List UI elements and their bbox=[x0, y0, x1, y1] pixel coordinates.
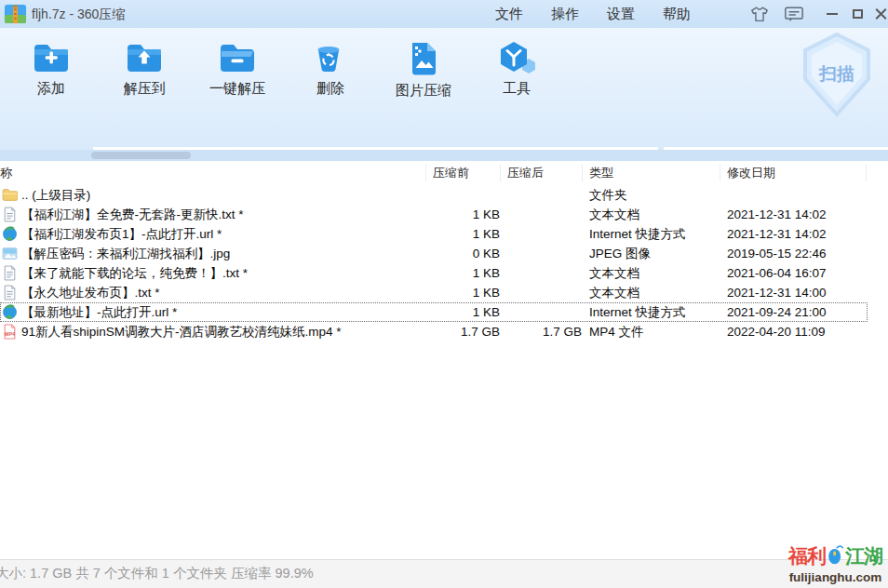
cell-type: Internet 快捷方式 bbox=[589, 224, 686, 244]
horizontal-scrollbar-thumb[interactable] bbox=[91, 152, 191, 159]
cell-date: 2021-12-31 14:02 bbox=[727, 224, 827, 244]
mp4-file-icon: MP4 bbox=[2, 324, 18, 340]
header-type[interactable]: 类型 bbox=[589, 161, 613, 185]
txt-file-icon bbox=[2, 285, 18, 301]
file-row[interactable]: MP491新人看shipinSM调教大片-酒店调教艺校清纯妹纸.mp4 *1.7… bbox=[0, 322, 888, 341]
watermark-text-red: 福利 bbox=[788, 546, 826, 566]
cell-type: MP4 文件 bbox=[589, 322, 644, 341]
mouse-icon bbox=[827, 543, 844, 568]
cell-name: 【永久地址发布页】.txt * bbox=[21, 283, 160, 302]
cell-date: 2021-09-24 21:00 bbox=[727, 302, 827, 322]
scan-badge[interactable]: 扫描 bbox=[799, 32, 875, 117]
cell-name: 【福利江湖】全免费-无套路-更新快.txt * bbox=[21, 205, 244, 224]
extract-to-button[interactable]: 解压到 bbox=[98, 33, 191, 128]
header-size-before[interactable]: 压缩前 bbox=[433, 161, 469, 185]
cell-type: 文本文档 bbox=[589, 205, 639, 224]
cell-type: JPEG 图像 bbox=[589, 244, 651, 263]
cell-type: 文本文档 bbox=[589, 263, 639, 283]
minimize-button[interactable] bbox=[823, 0, 841, 28]
svg-text:MP4: MP4 bbox=[5, 331, 16, 337]
app-archive-icon bbox=[4, 3, 27, 25]
menubar: 文件 操作 设置 帮助 bbox=[491, 0, 694, 28]
watermark-logo: 福利 江湖 fulijianghu.com bbox=[788, 543, 882, 584]
folder-add-icon bbox=[31, 39, 72, 76]
header-size-after[interactable]: 压缩后 bbox=[507, 161, 544, 185]
cell-date: 2019-05-15 22:46 bbox=[727, 244, 827, 263]
cell-before: 1 KB bbox=[407, 302, 500, 322]
window-title: fljh.7z - 360压缩 bbox=[32, 0, 125, 28]
horizontal-scrollbar bbox=[0, 150, 888, 161]
360zip-window: fljh.7z - 360压缩 文件 操作 设置 帮助 bbox=[0, 0, 888, 588]
cell-type: Internet 快捷方式 bbox=[589, 302, 686, 322]
header-name[interactable]: 名称 bbox=[0, 161, 12, 185]
cell-before: 1 KB bbox=[407, 283, 500, 302]
cell-type: 文本文档 bbox=[589, 283, 639, 302]
header-date-modified[interactable]: 修改日期 bbox=[727, 161, 775, 185]
statusbar: 大小: 1.7 GB 共 7 个文件和 1 个文件夹 压缩率 99.9% bbox=[0, 559, 888, 588]
folder-extract-icon bbox=[124, 39, 165, 76]
menu-file[interactable]: 文件 bbox=[491, 0, 527, 28]
tool-label: 一键解压 bbox=[191, 80, 284, 98]
column-separator bbox=[720, 165, 720, 181]
titlebar: fljh.7z - 360压缩 文件 操作 设置 帮助 bbox=[0, 0, 888, 28]
menu-help[interactable]: 帮助 bbox=[659, 0, 694, 28]
txt-file-icon bbox=[2, 265, 18, 281]
cell-type: 文件夹 bbox=[589, 185, 627, 205]
image-compress-button[interactable]: 图片压缩 bbox=[377, 33, 470, 128]
cell-date: 2021-12-31 14:02 bbox=[727, 205, 827, 224]
watermark-domain: fulijianghu.com bbox=[788, 571, 882, 584]
cell-name: 【福利江湖发布页1】-点此打开.url * bbox=[21, 224, 222, 244]
tools-button[interactable]: 工具 bbox=[470, 33, 563, 128]
cell-name: 【来了就能下载的论坛，纯免费！】.txt * bbox=[21, 263, 248, 283]
scan-label: 扫描 bbox=[818, 64, 854, 84]
cell-before: 1.7 GB bbox=[407, 322, 500, 341]
image-document-icon bbox=[403, 39, 444, 78]
url-file-icon bbox=[2, 304, 18, 320]
tool-label: 解压到 bbox=[98, 80, 191, 98]
watermark-text-green: 江湖 bbox=[845, 546, 882, 566]
cell-name: 【最新地址】-点此打开.url * bbox=[21, 302, 177, 322]
cell-name: 91新人看shipinSM调教大片-酒店调教艺校清纯妹纸.mp4 * bbox=[21, 322, 342, 341]
close-button[interactable] bbox=[871, 0, 888, 28]
file-row[interactable]: .. (上级目录)文件夹 bbox=[0, 185, 888, 205]
list-header: 名称 压缩前 压缩后 类型 修改日期 bbox=[0, 161, 888, 185]
tool-label: 添加 bbox=[5, 80, 98, 98]
tool-label: 工具 bbox=[470, 80, 563, 98]
file-row[interactable]: 【福利江湖发布页1】-点此打开.url *1 KBInternet 快捷方式20… bbox=[0, 224, 888, 244]
folder-open-icon bbox=[217, 39, 258, 76]
tools-cube-icon bbox=[496, 39, 537, 76]
file-row[interactable]: 【永久地址发布页】.txt *1 KB文本文档2021-12-31 14:00 bbox=[0, 283, 888, 302]
delete-button[interactable]: 删除 bbox=[284, 33, 377, 128]
menu-settings[interactable]: 设置 bbox=[603, 0, 639, 28]
feedback-icon[interactable] bbox=[782, 4, 806, 24]
trash-recycle-icon bbox=[310, 39, 351, 76]
cell-date: 2021-12-31 14:00 bbox=[727, 283, 827, 302]
file-row[interactable]: 【最新地址】-点此打开.url *1 KBInternet 快捷方式2021-0… bbox=[0, 302, 888, 322]
skin-theme-icon[interactable] bbox=[747, 4, 772, 24]
cell-before: 1 KB bbox=[407, 224, 500, 244]
tool-label: 删除 bbox=[284, 80, 377, 98]
maximize-button[interactable] bbox=[848, 0, 867, 28]
cell-name: .. (上级目录) bbox=[21, 185, 90, 205]
cell-date: 2021-06-04 16:07 bbox=[727, 263, 827, 283]
cell-name: 【解压密码：来福利江湖找福利】.jpg bbox=[21, 244, 230, 263]
tool-label: 图片压缩 bbox=[377, 82, 470, 100]
file-row[interactable]: 【解压密码：来福利江湖找福利】.jpg0 KBJPEG 图像2019-05-15… bbox=[0, 244, 888, 263]
cell-before: 0 KB bbox=[407, 244, 500, 263]
menu-actions[interactable]: 操作 bbox=[547, 0, 583, 28]
url-file-icon bbox=[2, 226, 18, 242]
column-separator bbox=[500, 165, 501, 181]
status-summary: 大小: 1.7 GB 共 7 个文件和 1 个文件夹 压缩率 99.9% bbox=[0, 560, 314, 587]
file-list: .. (上级目录)文件夹【福利江湖】全免费-无套路-更新快.txt *1 KB文… bbox=[0, 185, 888, 341]
column-separator bbox=[866, 165, 867, 181]
cell-before: 1 KB bbox=[407, 263, 500, 283]
file-list-pane: 名称 压缩前 压缩后 类型 修改日期 .. (上级目录)文件夹【福利江湖】全免费… bbox=[0, 161, 888, 559]
one-click-extract-button[interactable]: 一键解压 bbox=[191, 33, 284, 128]
jpg-file-icon bbox=[2, 246, 18, 261]
cell-date: 2022-04-20 11:09 bbox=[727, 322, 826, 341]
folder-file-icon bbox=[2, 187, 18, 203]
file-row[interactable]: 【来了就能下载的论坛，纯免费！】.txt *1 KB文本文档2021-06-04… bbox=[0, 263, 888, 283]
add-button[interactable]: 添加 bbox=[5, 33, 98, 128]
file-row[interactable]: 【福利江湖】全免费-无套路-更新快.txt *1 KB文本文档2021-12-3… bbox=[0, 205, 888, 224]
txt-file-icon bbox=[2, 207, 18, 222]
